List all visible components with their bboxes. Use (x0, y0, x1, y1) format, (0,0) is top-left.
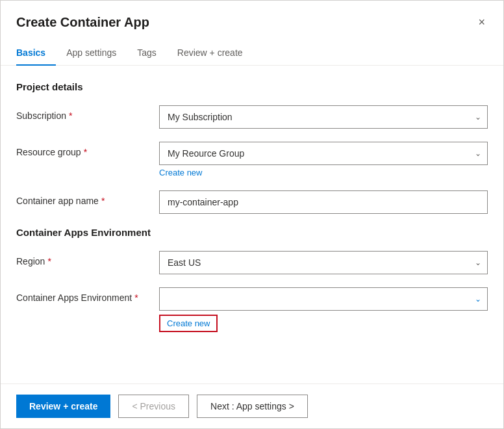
tab-bar: Basics App settings Tags Review + create (1, 41, 503, 66)
resource-group-control: My Reource Group ⌄ Create new (159, 142, 488, 177)
region-dropdown-wrapper: East USWest USCentral US ⌄ (159, 251, 488, 274)
region-control: East USWest USCentral US ⌄ (159, 251, 488, 274)
project-details-section: Project details Subscription * My Subscr… (16, 81, 488, 214)
tab-basics[interactable]: Basics (16, 41, 56, 66)
environment-control: ⌄ Create new (159, 287, 488, 332)
tab-review-create[interactable]: Review + create (167, 41, 253, 66)
region-required: * (47, 256, 51, 266)
container-app-name-control (159, 190, 488, 214)
container-app-name-required: * (101, 196, 105, 206)
environment-required: * (134, 292, 138, 303)
environment-dropdown[interactable] (159, 287, 488, 311)
region-label: Region * (16, 251, 159, 266)
tab-app-settings[interactable]: App settings (56, 41, 127, 66)
project-details-title: Project details (16, 81, 488, 92)
tab-tags[interactable]: Tags (127, 41, 167, 66)
subscription-required: * (69, 110, 72, 121)
resource-group-dropdown-wrapper: My Reource Group ⌄ (159, 142, 488, 165)
create-container-app-dialog: Create Container App × Basics App settin… (0, 0, 504, 429)
resource-group-create-new-link[interactable]: Create new (159, 168, 202, 177)
subscription-label: Subscription * (16, 105, 159, 121)
resource-group-dropdown[interactable]: My Reource Group (159, 142, 488, 165)
container-app-name-label: Container app name * (16, 190, 159, 206)
review-create-button[interactable]: Review + create (16, 395, 110, 418)
dialog-header: Create Container App × (1, 1, 503, 31)
dialog-content: Project details Subscription * My Subscr… (1, 66, 503, 384)
dialog-title: Create Container App (16, 15, 149, 30)
subscription-row: Subscription * My Subscription ⌄ (16, 105, 488, 129)
region-dropdown[interactable]: East USWest USCentral US (159, 251, 488, 274)
dialog-footer: Review + create < Previous Next : App se… (1, 384, 503, 428)
resource-group-row: Resource group * My Reource Group ⌄ Crea… (16, 142, 488, 177)
subscription-dropdown[interactable]: My Subscription (159, 105, 488, 129)
environment-row: Container Apps Environment * ⌄ Create ne… (16, 287, 488, 332)
container-apps-environment-section: Container Apps Environment Region * East… (16, 227, 488, 332)
close-button[interactable]: × (475, 14, 488, 31)
environment-create-new-link[interactable]: Create new (159, 315, 218, 332)
subscription-control: My Subscription ⌄ (159, 105, 488, 129)
next-button[interactable]: Next : App settings > (197, 395, 308, 418)
container-apps-environment-title: Container Apps Environment (16, 227, 488, 238)
resource-group-required: * (84, 147, 87, 157)
container-app-name-row: Container app name * (16, 190, 488, 214)
region-row: Region * East USWest USCentral US ⌄ (16, 251, 488, 274)
environment-label: Container Apps Environment * (16, 287, 159, 303)
subscription-dropdown-wrapper: My Subscription ⌄ (159, 105, 488, 129)
previous-button[interactable]: < Previous (118, 395, 189, 418)
resource-group-label: Resource group * (16, 142, 159, 157)
container-app-name-input[interactable] (159, 190, 488, 214)
environment-dropdown-wrapper: ⌄ (159, 287, 488, 311)
